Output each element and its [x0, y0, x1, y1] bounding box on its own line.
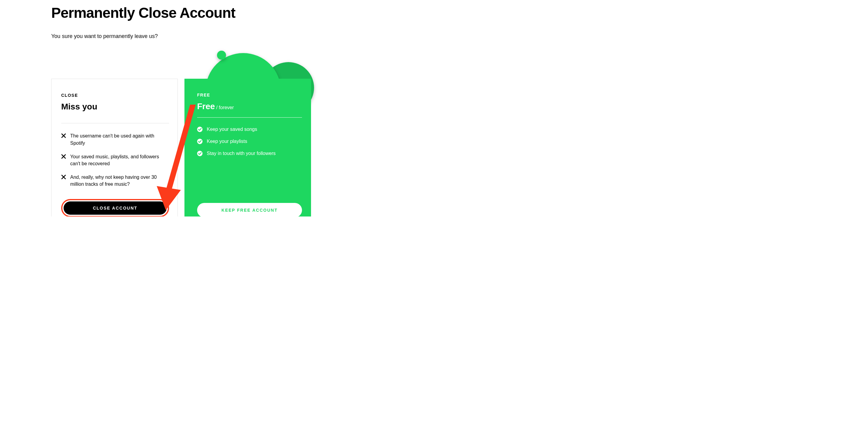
keep-free-account-button[interactable]: KEEP FREE ACCOUNT: [197, 203, 302, 216]
close-card: CLOSE Miss you The username can't be use…: [51, 79, 178, 216]
divider: [61, 123, 169, 123]
list-item: The username can't be used again with Sp…: [61, 133, 169, 146]
close-lose-list: The username can't be used again with Sp…: [61, 133, 169, 187]
page-subheading: You sure you want to permanently leave u…: [51, 33, 434, 39]
list-item-text: The username can't be used again with Sp…: [70, 133, 169, 146]
close-account-button[interactable]: CLOSE ACCOUNT: [64, 201, 167, 215]
list-item-text: Stay in touch with your followers: [207, 151, 276, 156]
x-icon: [61, 175, 66, 179]
list-item: Your saved music, playlists, and followe…: [61, 153, 169, 167]
free-card-label: FREE: [197, 93, 302, 97]
check-icon: [197, 127, 203, 132]
list-item-text: And, really, why not keep having over 30…: [70, 174, 169, 187]
divider: [197, 117, 302, 118]
check-icon: [197, 139, 203, 144]
close-button-highlight: CLOSE ACCOUNT: [61, 199, 169, 216]
list-item-text: Keep your playlists: [207, 139, 247, 144]
list-item: And, really, why not keep having over 30…: [61, 174, 169, 187]
check-icon: [197, 151, 203, 156]
close-account-page: Permanently Close Account You sure you w…: [0, 0, 434, 216]
list-item: Keep your playlists: [197, 139, 302, 144]
page-title: Permanently Close Account: [51, 5, 434, 21]
x-icon: [61, 133, 66, 138]
options-cards: CLOSE Miss you The username can't be use…: [51, 79, 434, 216]
close-card-title: Miss you: [61, 102, 169, 112]
free-card: FREE Free/ forever Keep your saved songs…: [184, 79, 311, 216]
free-keep-list: Keep your saved songs Keep your playlist…: [197, 127, 302, 156]
free-card-title-sub: / forever: [216, 105, 234, 110]
decorative-bubbles: [184, 50, 311, 92]
list-item: Keep your saved songs: [197, 127, 302, 132]
free-card-title: Free: [197, 102, 215, 111]
list-item: Stay in touch with your followers: [197, 151, 302, 156]
close-card-label: CLOSE: [61, 93, 169, 98]
list-item-text: Your saved music, playlists, and followe…: [70, 153, 169, 167]
list-item-text: Keep your saved songs: [207, 127, 257, 132]
x-icon: [61, 154, 66, 159]
